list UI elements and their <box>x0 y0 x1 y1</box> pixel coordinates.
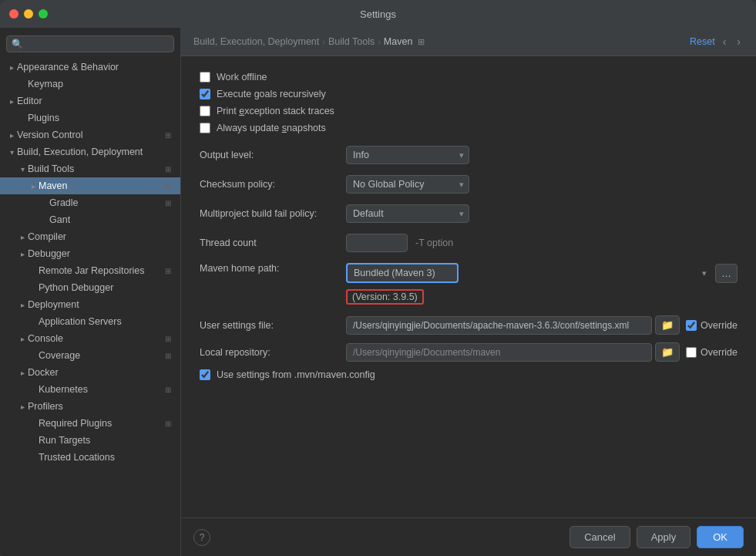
local-repo-label: Local repository: <box>200 347 346 358</box>
output-level-select[interactable]: Info Debug Quiet <box>346 146 469 164</box>
maven-path-browse-button[interactable]: … <box>715 264 738 283</box>
grid-icon: ⊞ <box>162 165 174 174</box>
maximize-button[interactable] <box>39 9 48 19</box>
sidebar-item-plugins[interactable]: Plugins <box>0 110 180 126</box>
version-badge: (Version: 3.9.5) <box>346 289 424 305</box>
work-offline-row: Work offline <box>200 72 738 83</box>
arrow-icon: ▸ <box>6 63 17 72</box>
user-settings-override-group: Override <box>686 320 738 331</box>
search-icon: 🔍 <box>12 39 23 49</box>
work-offline-label: Work offline <box>217 72 267 83</box>
user-settings-browse-button[interactable]: 📁 <box>655 315 680 335</box>
breadcrumb-item-3[interactable]: Maven <box>384 36 413 47</box>
sidebar-item-build-exec[interactable]: ▾ Build, Execution, Deployment <box>0 143 180 160</box>
sidebar-item-gradle[interactable]: Gradle ⊞ <box>0 194 180 211</box>
maven-home-path-label: Maven home path: <box>200 263 346 274</box>
breadcrumb-item-2[interactable]: Build Tools <box>328 36 375 47</box>
sidebar-item-debugger[interactable]: ▸ Debugger <box>0 245 180 262</box>
execute-goals-label: Execute goals recursively <box>217 89 326 99</box>
reset-link[interactable]: Reset <box>690 36 715 47</box>
minimize-button[interactable] <box>24 9 33 19</box>
thread-count-label: Thread count <box>200 238 346 248</box>
grid-icon: ⊞ <box>162 199 174 207</box>
grid-icon: ⊞ <box>162 182 174 190</box>
title-bar: Settings <box>0 0 756 28</box>
sidebar-item-editor[interactable]: ▸ Editor <box>0 93 180 110</box>
bottom-right: Cancel Apply OK <box>570 526 744 548</box>
sidebar: 🔍 ▸ Appearance & Behavior Keymap ▸ Edito… <box>0 28 181 556</box>
sidebar-item-compiler[interactable]: ▸ Compiler <box>0 228 180 245</box>
user-settings-input[interactable] <box>346 316 652 335</box>
sidebar-item-appearance[interactable]: ▸ Appearance & Behavior <box>0 59 180 76</box>
output-level-label: Output level: <box>200 150 346 160</box>
sidebar-item-gant[interactable]: Gant <box>0 211 180 228</box>
grid-icon: ⊞ <box>162 386 174 394</box>
checksum-policy-select[interactable]: No Global Policy Warn Fail Ignore <box>346 175 469 194</box>
thread-count-input[interactable] <box>346 234 408 252</box>
sidebar-item-app-servers[interactable]: Application Servers <box>0 313 180 330</box>
sidebar-item-required-plugins[interactable]: Required Plugins ⊞ <box>0 415 180 432</box>
work-offline-checkbox[interactable] <box>200 72 210 83</box>
sidebar-item-console[interactable]: ▸ Console ⊞ <box>0 330 180 347</box>
back-button[interactable]: ‹ <box>720 34 730 49</box>
arrow-icon: ▾ <box>6 148 17 157</box>
breadcrumb-sep-1: › <box>322 37 325 46</box>
settings-panel: Work offline Execute goals recursively P… <box>181 56 756 517</box>
checksum-policy-label: Checksum policy: <box>200 179 346 190</box>
sidebar-item-docker[interactable]: ▸ Docker <box>0 364 180 381</box>
checksum-policy-select-wrapper: No Global Policy Warn Fail Ignore <box>346 175 469 194</box>
window-controls <box>9 9 48 19</box>
close-button[interactable] <box>9 9 18 19</box>
ok-button[interactable]: OK <box>697 526 744 548</box>
sidebar-item-run-targets[interactable]: Run Targets <box>0 432 180 449</box>
forward-button[interactable]: › <box>734 34 744 49</box>
execute-goals-row: Execute goals recursively <box>200 89 738 99</box>
multiproject-policy-label: Multiproject build fail policy: <box>200 208 346 219</box>
sidebar-item-version-control[interactable]: ▸ Version Control ⊞ <box>0 126 180 143</box>
sidebar-item-deployment[interactable]: ▸ Deployment <box>0 296 180 313</box>
checksum-policy-control: No Global Policy Warn Fail Ignore <box>346 175 738 194</box>
sidebar-item-build-tools[interactable]: ▾ Build Tools ⊞ <box>0 160 180 177</box>
sidebar-item-coverage[interactable]: Coverage ⊞ <box>0 347 180 364</box>
always-update-checkbox[interactable] <box>200 123 210 133</box>
sidebar-item-trusted-locations[interactable]: Trusted Locations <box>0 449 180 466</box>
apply-button[interactable]: Apply <box>637 526 691 548</box>
sidebar-item-remote-jar[interactable]: Remote Jar Repositories ⊞ <box>0 262 180 279</box>
sidebar-item-python-debugger[interactable]: Python Debugger <box>0 279 180 296</box>
output-level-select-wrapper: Info Debug Quiet <box>346 146 469 164</box>
always-update-row: Always update snapshots <box>200 123 738 133</box>
maven-path-select-wrapper: Bundled (Maven 3) Custom... <box>346 263 712 283</box>
local-repo-override-checkbox[interactable] <box>686 347 697 358</box>
grid-icon: ⊞ <box>162 267 174 275</box>
execute-goals-checkbox[interactable] <box>200 89 210 99</box>
breadcrumb: Build, Execution, Deployment › Build Too… <box>193 36 425 47</box>
maven-path-select[interactable]: Bundled (Maven 3) Custom... <box>346 263 459 283</box>
arrow-icon: ▸ <box>17 233 28 241</box>
arrow-icon: ▸ <box>17 403 28 411</box>
local-repo-row: Local repository: 📁 Override <box>200 342 738 362</box>
breadcrumb-item-1[interactable]: Build, Execution, Deployment <box>193 36 319 47</box>
breadcrumb-sep-2: › <box>378 37 381 46</box>
breadcrumb-bar: Build, Execution, Deployment › Build Too… <box>181 28 756 56</box>
user-settings-override-label: Override <box>701 320 738 331</box>
grid-icon: ⊞ <box>162 131 174 140</box>
help-button[interactable]: ? <box>193 529 210 546</box>
multiproject-policy-select[interactable]: Default At End Never Immediately <box>346 204 469 223</box>
print-exception-checkbox[interactable] <box>200 106 210 116</box>
sidebar-item-kubernetes[interactable]: Kubernetes ⊞ <box>0 381 180 398</box>
local-repo-input[interactable] <box>346 343 652 362</box>
search-box[interactable]: 🔍 <box>6 35 174 52</box>
bottom-left: ? <box>193 529 210 546</box>
checksum-policy-row: Checksum policy: No Global Policy Warn F… <box>200 175 738 194</box>
sidebar-item-keymap[interactable]: Keymap <box>0 76 180 93</box>
local-repo-override-group: Override <box>686 347 738 358</box>
cancel-button[interactable]: Cancel <box>570 526 630 548</box>
search-input[interactable] <box>26 39 169 49</box>
dialog-title: Settings <box>360 8 396 20</box>
breadcrumb-settings-icon: ⊞ <box>418 37 425 47</box>
local-repo-browse-button[interactable]: 📁 <box>655 342 680 362</box>
user-settings-override-checkbox[interactable] <box>686 320 697 331</box>
sidebar-item-profilers[interactable]: ▸ Profilers <box>0 398 180 415</box>
use-settings-checkbox[interactable] <box>200 369 210 380</box>
sidebar-item-maven[interactable]: ▸ Maven ⊞ <box>0 177 180 194</box>
